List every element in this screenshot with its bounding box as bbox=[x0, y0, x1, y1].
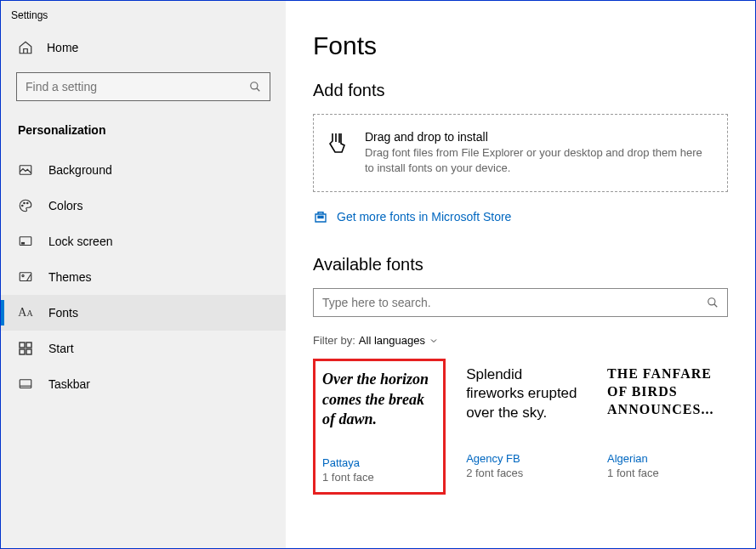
svg-rect-12 bbox=[20, 349, 25, 354]
svg-rect-17 bbox=[321, 217, 323, 218]
sidebar-item-label: Taskbar bbox=[48, 377, 90, 391]
sidebar-item-label: Themes bbox=[48, 270, 92, 284]
font-preview: Splendid fireworks erupted over the sky. bbox=[466, 365, 582, 444]
svg-rect-14 bbox=[20, 380, 31, 388]
search-icon bbox=[249, 81, 261, 93]
sidebar-item-label: Fonts bbox=[48, 306, 78, 320]
filter-label: Filter by: bbox=[313, 334, 355, 347]
sidebar-item-taskbar[interactable]: Taskbar bbox=[1, 366, 286, 402]
store-link-label: Get more fonts in Microsoft Store bbox=[337, 210, 511, 224]
sidebar: Settings Home Personalization Background… bbox=[1, 1, 286, 548]
sidebar-item-label: Lock screen bbox=[48, 235, 112, 248]
sidebar-item-fonts[interactable]: AA Fonts bbox=[1, 295, 286, 331]
sidebar-section-header: Personalization bbox=[1, 116, 286, 152]
svg-point-5 bbox=[27, 202, 29, 204]
themes-icon bbox=[18, 269, 33, 285]
font-card-pattaya[interactable]: Over the horizon comes the break of dawn… bbox=[313, 359, 446, 495]
font-grid: Over the horizon comes the break of dawn… bbox=[313, 359, 728, 495]
available-fonts-heading: Available fonts bbox=[313, 255, 728, 274]
svg-point-18 bbox=[708, 298, 715, 305]
home-icon bbox=[18, 40, 33, 55]
sidebar-item-lockscreen[interactable]: Lock screen bbox=[1, 224, 286, 259]
font-faces: 1 font face bbox=[607, 467, 723, 479]
drag-drop-icon bbox=[327, 130, 350, 156]
font-preview: Over the horizon comes the break of dawn… bbox=[322, 370, 436, 448]
window-title: Settings bbox=[1, 8, 286, 30]
search-icon bbox=[707, 297, 719, 308]
settings-search[interactable] bbox=[16, 72, 270, 101]
settings-search-input[interactable] bbox=[26, 80, 249, 93]
lockscreen-icon bbox=[18, 234, 33, 249]
store-icon bbox=[313, 209, 328, 224]
dropzone-description: Drag font files from File Explorer or yo… bbox=[365, 145, 713, 176]
sidebar-item-colors[interactable]: Colors bbox=[1, 188, 286, 224]
svg-rect-11 bbox=[26, 342, 31, 348]
chevron-down-icon bbox=[429, 336, 439, 346]
page-title: Fonts bbox=[313, 31, 728, 60]
svg-rect-10 bbox=[20, 342, 25, 348]
font-search[interactable] bbox=[313, 288, 728, 317]
font-card-agency[interactable]: Splendid fireworks erupted over the sky.… bbox=[461, 359, 587, 495]
home-label: Home bbox=[47, 41, 78, 54]
sidebar-item-start[interactable]: Start bbox=[1, 331, 286, 366]
sidebar-item-background[interactable]: Background bbox=[1, 152, 286, 188]
font-faces: 2 font faces bbox=[466, 467, 582, 479]
font-search-input[interactable] bbox=[322, 296, 707, 309]
svg-rect-16 bbox=[318, 217, 320, 218]
filter-by[interactable]: Filter by: All languages bbox=[313, 334, 728, 347]
font-name: Algerian bbox=[607, 452, 723, 465]
home-nav[interactable]: Home bbox=[1, 30, 286, 65]
svg-point-3 bbox=[22, 205, 24, 207]
sidebar-item-label: Start bbox=[48, 342, 74, 355]
font-preview: The fanfare of birds announces... bbox=[607, 365, 723, 444]
add-fonts-heading: Add fonts bbox=[313, 81, 728, 100]
svg-rect-13 bbox=[26, 349, 31, 354]
store-link[interactable]: Get more fonts in Microsoft Store bbox=[313, 209, 728, 224]
fonts-icon: AA bbox=[18, 305, 33, 320]
svg-line-19 bbox=[714, 304, 718, 308]
svg-rect-7 bbox=[22, 243, 25, 245]
svg-point-4 bbox=[24, 202, 26, 204]
start-icon bbox=[18, 341, 33, 356]
svg-point-0 bbox=[251, 82, 258, 89]
font-name: Agency FB bbox=[466, 452, 582, 465]
svg-point-9 bbox=[22, 274, 24, 276]
font-name: Pattaya bbox=[322, 456, 436, 469]
filter-value: All languages bbox=[359, 334, 425, 347]
main-content: Fonts Add fonts Drag and drop to install… bbox=[286, 1, 755, 548]
font-faces: 1 font face bbox=[322, 471, 436, 484]
font-dropzone[interactable]: Drag and drop to install Drag font files… bbox=[313, 114, 728, 192]
taskbar-icon bbox=[18, 376, 33, 392]
font-card-algerian[interactable]: The fanfare of birds announces... Algeri… bbox=[602, 359, 728, 495]
sidebar-item-label: Background bbox=[48, 163, 112, 177]
picture-icon bbox=[18, 162, 33, 178]
sidebar-item-label: Colors bbox=[48, 199, 82, 212]
dropzone-title: Drag and drop to install bbox=[365, 130, 713, 144]
palette-icon bbox=[18, 198, 33, 213]
sidebar-item-themes[interactable]: Themes bbox=[1, 259, 286, 295]
svg-line-1 bbox=[257, 88, 260, 92]
